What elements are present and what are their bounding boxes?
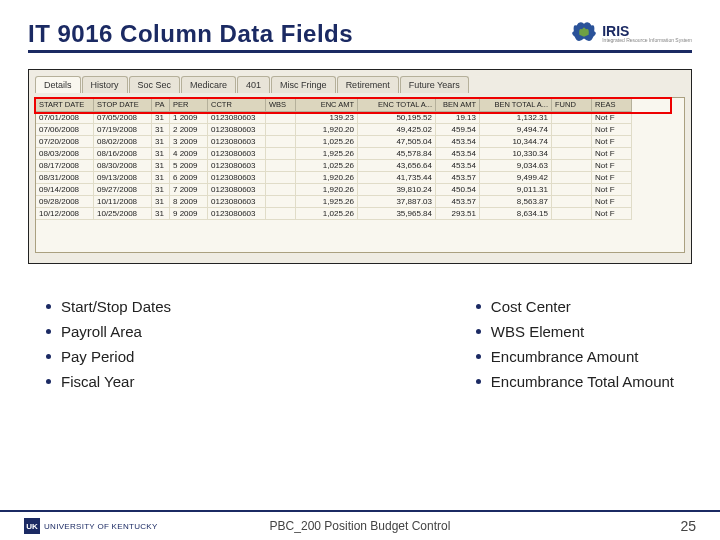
column-header: CCTR	[208, 98, 266, 112]
bullet-column-left: Start/Stop DatesPayroll AreaPay PeriodFi…	[46, 294, 171, 394]
bullet-item: Pay Period	[46, 344, 171, 369]
cell	[552, 196, 592, 208]
cell: 7 2009	[170, 184, 208, 196]
cell: 31	[152, 112, 170, 124]
cell: 31	[152, 196, 170, 208]
cell: 9,034.63	[480, 160, 552, 172]
bullet-item: Encumbrance Total Amount	[476, 369, 674, 394]
cell: 49,425.02	[358, 124, 436, 136]
tab: Soc Sec	[129, 76, 181, 93]
slide-header: IT 9016 Column Data Fields IRIS Integrat…	[28, 20, 692, 53]
column-header: ENC AMT	[296, 98, 358, 112]
cell: Not F	[592, 148, 632, 160]
cell: 9,499.42	[480, 172, 552, 184]
table-row: 07/06/200807/19/2008312 200901230806031,…	[36, 124, 684, 136]
cell: 10/12/2008	[36, 208, 94, 220]
cell: 09/14/2008	[36, 184, 94, 196]
slide-footer: UK UNIVERSITY OF KENTUCKY PBC_200 Positi…	[0, 510, 720, 540]
cell: 0123080603	[208, 184, 266, 196]
cell: 0123080603	[208, 148, 266, 160]
cell	[552, 160, 592, 172]
grid-header-row: START DATESTOP DATEPAPERCCTRWBSENC AMTEN…	[36, 98, 684, 112]
cell: 07/20/2008	[36, 136, 94, 148]
cell	[266, 148, 296, 160]
table-row: 09/28/200810/11/2008318 200901230806031,…	[36, 196, 684, 208]
uk-mark-icon: UK	[24, 518, 40, 534]
cell: 43,656.64	[358, 160, 436, 172]
bullet-item: Start/Stop Dates	[46, 294, 171, 319]
cell: 09/27/2008	[94, 184, 152, 196]
slide-title: IT 9016 Column Data Fields	[28, 20, 353, 48]
cell: 1,920.20	[296, 124, 358, 136]
cell: 0123080603	[208, 112, 266, 124]
table-row: 10/12/200810/25/2008319 200901230806031,…	[36, 208, 684, 220]
bullet-item: Fiscal Year	[46, 369, 171, 394]
cell: 37,887.03	[358, 196, 436, 208]
cell: Not F	[592, 112, 632, 124]
cell: 07/01/2008	[36, 112, 94, 124]
cell	[266, 136, 296, 148]
cell: 1,920.26	[296, 184, 358, 196]
cell	[266, 124, 296, 136]
cell: 09/13/2008	[94, 172, 152, 184]
tab: Details	[35, 76, 81, 93]
cell: 0123080603	[208, 136, 266, 148]
cell: Not F	[592, 172, 632, 184]
tab: History	[82, 76, 128, 93]
bullet-text: Payroll Area	[61, 323, 142, 340]
iris-logo: IRIS Integrated Resource Information Sys…	[570, 20, 692, 46]
cell: 2 2009	[170, 124, 208, 136]
cell: 31	[152, 172, 170, 184]
bullet-icon	[46, 304, 51, 309]
cell: 8,634.15	[480, 208, 552, 220]
column-header: BEN TOTAL A...	[480, 98, 552, 112]
cell: 47,505.04	[358, 136, 436, 148]
cell: 293.51	[436, 208, 480, 220]
cell: 1,920.26	[296, 172, 358, 184]
bullet-icon	[46, 329, 51, 334]
cell: 5 2009	[170, 160, 208, 172]
cell: 10/25/2008	[94, 208, 152, 220]
cell: 1,925.26	[296, 148, 358, 160]
table-row: 09/14/200809/27/2008317 200901230806031,…	[36, 184, 684, 196]
cell: 45,578.84	[358, 148, 436, 160]
cell: 0123080603	[208, 196, 266, 208]
cell	[552, 208, 592, 220]
tab: Misc Fringe	[271, 76, 336, 93]
cell: 0123080603	[208, 172, 266, 184]
cell: 453.54	[436, 136, 480, 148]
column-header: REAS	[592, 98, 632, 112]
cell: Not F	[592, 160, 632, 172]
cell	[266, 208, 296, 220]
bullet-text: Cost Center	[491, 298, 571, 315]
bullet-icon	[46, 379, 51, 384]
cell	[266, 184, 296, 196]
cell: 31	[152, 148, 170, 160]
cell	[266, 172, 296, 184]
cell: 08/17/2008	[36, 160, 94, 172]
column-header: ENC TOTAL A...	[358, 98, 436, 112]
cell: 1,925.26	[296, 196, 358, 208]
cell	[266, 196, 296, 208]
cell: 08/31/2008	[36, 172, 94, 184]
cell	[552, 184, 592, 196]
tab: Future Years	[400, 76, 469, 93]
table-row: 08/17/200808/30/2008315 200901230806031,…	[36, 160, 684, 172]
cell: Not F	[592, 208, 632, 220]
bullet-text: Encumbrance Total Amount	[491, 373, 674, 390]
tab: Medicare	[181, 76, 236, 93]
cell: 9 2009	[170, 208, 208, 220]
column-header: BEN AMT	[436, 98, 480, 112]
cell: 8 2009	[170, 196, 208, 208]
bullet-item: Encumbrance Amount	[476, 344, 674, 369]
bullet-icon	[46, 354, 51, 359]
tab: 401	[237, 76, 270, 93]
cell: 08/02/2008	[94, 136, 152, 148]
cell: 50,195.52	[358, 112, 436, 124]
cell	[552, 112, 592, 124]
bullet-icon	[476, 379, 481, 384]
tab: Retirement	[337, 76, 399, 93]
tab-strip: DetailsHistorySoc SecMedicare401Misc Fri…	[29, 70, 691, 93]
cell: 9,494.74	[480, 124, 552, 136]
cell: 0123080603	[208, 160, 266, 172]
